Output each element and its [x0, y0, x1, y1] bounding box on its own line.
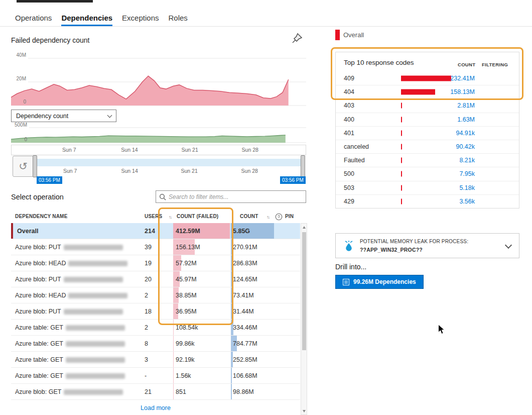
count-cell: 270.91M: [231, 239, 292, 255]
response-code-row[interactable]: 40194.91k: [336, 127, 519, 140]
chevron-down-icon[interactable]: [505, 241, 512, 248]
drill-dependencies-button[interactable]: 99.26M Dependencies: [335, 275, 424, 289]
failed-count-bar: [173, 320, 174, 335]
count-value: 98.86M: [233, 384, 254, 400]
col-count[interactable]: COUNT: [240, 214, 258, 219]
legend-label: Overall: [343, 31, 364, 39]
response-code: 429: [344, 198, 354, 205]
count-cell: 124.65M: [231, 271, 292, 287]
pin-circle-icon: [275, 213, 283, 221]
dependency-name: Azure blob: HEAD: [15, 287, 142, 303]
response-code-count[interactable]: 90.42k: [456, 143, 475, 150]
app-window: Operations Dependencies Exceptions Roles…: [0, 0, 532, 415]
scroll-up-arrow[interactable]: [301, 224, 307, 231]
count-value: 334.46M: [233, 320, 257, 336]
response-code-row[interactable]: 4293.56k: [336, 195, 519, 209]
dependency-row[interactable]: Azure blob: HEAD1957.92M286.83M: [11, 255, 300, 271]
brush-track[interactable]: [35, 159, 304, 166]
redacted-text: [68, 293, 127, 298]
brush-handle-left[interactable]: [33, 155, 37, 177]
col-count-header[interactable]: COUNT: [458, 62, 475, 67]
metric-dropdown[interactable]: Dependency count: [11, 110, 116, 122]
col-pin[interactable]: PIN: [285, 214, 294, 219]
users-value: 19: [145, 255, 167, 271]
brush-axis: Sun 7Sun 14Sun 21Sun 28: [35, 166, 304, 175]
response-code-row[interactable]: 4032.81M: [336, 99, 519, 113]
sort-updown-icon[interactable]: ↑↓: [169, 215, 171, 220]
y-tick-label: 0: [11, 99, 26, 105]
chevron-down-icon: [107, 113, 112, 118]
response-code-count[interactable]: 8.21k: [459, 157, 475, 164]
failed-count-value: 108.54k: [176, 320, 198, 336]
response-code-row[interactable]: 404158.13M: [336, 85, 519, 99]
search-input[interactable]: [169, 193, 303, 200]
dependency-row[interactable]: Azure table: GET899.86k784.77M: [11, 336, 300, 352]
response-code-row[interactable]: 4001.63M: [336, 113, 519, 127]
response-code-count[interactable]: 3.56k: [459, 198, 475, 205]
dependency-name: Azure table: GET: [15, 368, 142, 383]
table-header: DEPENDENCY NAME USERS ↑↓ COUNT (FAILED) …: [11, 211, 300, 223]
count-cell: 286.83M: [231, 255, 292, 271]
count-value: 106.68M: [233, 368, 257, 384]
count-value: 73.41M: [233, 287, 254, 303]
response-code-row[interactable]: canceled90.42k: [336, 140, 519, 154]
users-value: 8: [145, 336, 167, 351]
dependency-row[interactable]: Azure table: GET-1.56k106.68M: [11, 368, 300, 384]
dependency-row[interactable]: Azure blob: PUT2045.97M124.65M: [11, 271, 300, 287]
users-value: 20: [145, 271, 167, 287]
tab-dependencies[interactable]: Dependencies: [61, 10, 112, 26]
drill-into-label: Drill into...: [335, 263, 366, 271]
redacted-text: [66, 325, 125, 331]
failed-count-bar: [173, 336, 174, 351]
reset-zoom-button[interactable]: ↺: [13, 156, 34, 177]
sort-updown-icon[interactable]: ↑↓: [267, 215, 269, 220]
dependency-row[interactable]: Azure blob: HEAD238.85M73.41M: [11, 287, 300, 303]
response-code-row[interactable]: 5007.95k: [336, 167, 519, 181]
dependency-row[interactable]: Azure blob: PUT1836.95M31.44M: [11, 303, 300, 320]
users-value: 21: [145, 384, 167, 399]
tab-exceptions[interactable]: Exceptions: [122, 10, 159, 26]
dependency-row[interactable]: Overall214412.59M5.85G: [11, 223, 300, 239]
count-cell: 5.85G: [231, 223, 292, 239]
tab-operations[interactable]: Operations: [15, 10, 52, 26]
dependency-row[interactable]: Azure table: GET392.19k252.85M: [11, 352, 300, 368]
response-code-bar: [401, 171, 402, 177]
count-value: 784.77M: [233, 336, 257, 352]
scroll-down-arrow[interactable]: [301, 407, 307, 414]
col-count-failed[interactable]: COUNT (FAILED): [177, 214, 218, 219]
tab-roles[interactable]: Roles: [168, 10, 187, 26]
response-code-bar: [401, 199, 402, 204]
col-users[interactable]: USERS: [145, 214, 162, 219]
dependency-row[interactable]: Azure blob: GET2185198.86M: [11, 384, 300, 400]
dependency-row[interactable]: Azure blob: PUT39156.13M270.91M: [11, 239, 300, 255]
col-filtering-header[interactable]: FILTERING: [482, 62, 508, 67]
dependency-name: Azure blob: HEAD: [15, 255, 142, 271]
table-scrollbar[interactable]: [301, 223, 307, 415]
axis-tick-label: Sun 28: [241, 168, 258, 174]
dependency-row[interactable]: Azure table: GET2108.54k334.46M: [11, 320, 300, 336]
response-code-bar: [401, 144, 402, 150]
brush-handle-right[interactable]: [301, 155, 305, 177]
response-code-count[interactable]: 158.13M: [450, 88, 475, 95]
col-dependency-name[interactable]: DEPENDENCY NAME: [15, 214, 68, 219]
response-code-row[interactable]: 409232.41M: [336, 72, 519, 85]
response-code-row[interactable]: Faulted8.21k: [336, 154, 519, 167]
response-code-count[interactable]: 1.63M: [457, 116, 475, 123]
tab-bar: Operations Dependencies Exceptions Roles: [15, 10, 188, 26]
pin-chart-button[interactable]: [291, 32, 304, 45]
response-code-bar: [401, 185, 402, 190]
leak-line1: POTENTIAL MEMORY LEAK FOR PROCESS:: [360, 238, 468, 246]
response-code-count[interactable]: 5.18k: [459, 184, 475, 191]
response-code-count[interactable]: 7.95k: [459, 170, 475, 177]
response-code-count[interactable]: 232.41M: [450, 75, 475, 82]
response-code-count[interactable]: 2.81M: [457, 102, 475, 109]
memory-leak-panel[interactable]: POTENTIAL MEMORY LEAK FOR PROCESS: ??APP…: [335, 233, 519, 258]
failed-count-value: 1.56k: [176, 368, 191, 384]
load-more-link[interactable]: Load more: [11, 404, 300, 411]
redacted-text: [64, 245, 123, 250]
users-value: 39: [145, 239, 167, 255]
response-code-row[interactable]: 5035.18k: [336, 181, 519, 195]
scrollbar-thumb[interactable]: [302, 232, 306, 350]
count-value: 5.85G: [233, 223, 250, 239]
response-code-count[interactable]: 94.91k: [456, 130, 475, 137]
